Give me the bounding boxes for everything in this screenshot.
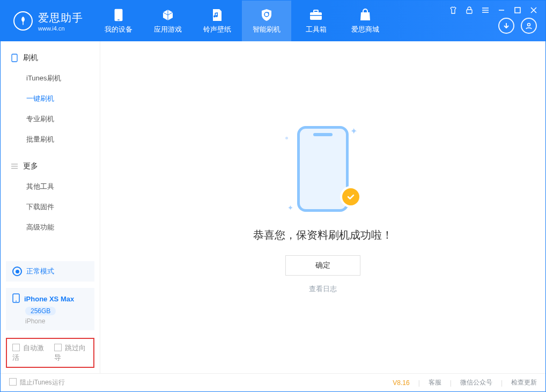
user-button[interactable] xyxy=(521,18,537,34)
version-label: V8.16 xyxy=(393,379,409,387)
tab-ringtones[interactable]: 铃声壁纸 xyxy=(193,1,242,41)
body: 刷机 iTunes刷机 一键刷机 专业刷机 批量刷机 更多 其他工具 下载固件 … xyxy=(1,41,545,373)
block-itunes-checkbox[interactable]: 阻止iTunes运行 xyxy=(9,378,65,387)
music-file-icon xyxy=(210,8,225,23)
download-button[interactable] xyxy=(498,18,514,34)
tab-apps-games[interactable]: 应用游戏 xyxy=(143,1,193,41)
svg-rect-1 xyxy=(117,19,120,20)
cube-icon xyxy=(160,8,175,23)
options-box: 自动激活 跳过向导 xyxy=(6,338,94,368)
dot-icon xyxy=(285,137,288,139)
footer-link-wechat[interactable]: 微信公众号 xyxy=(460,378,492,387)
sidebar: 刷机 iTunes刷机 一键刷机 专业刷机 批量刷机 更多 其他工具 下载固件 … xyxy=(1,41,100,373)
sidebar-item-pro-flash[interactable]: 专业刷机 xyxy=(1,109,100,129)
shield-refresh-icon xyxy=(259,8,274,23)
svg-rect-2 xyxy=(310,12,322,20)
device-type: iPhone xyxy=(25,317,88,325)
tab-smart-flash[interactable]: 智能刷机 xyxy=(242,1,291,41)
device-box[interactable]: iPhone XS Max 256GB iPhone xyxy=(6,288,94,330)
sidebar-group-flash: 刷机 iTunes刷机 一键刷机 专业刷机 批量刷机 xyxy=(1,41,100,150)
close-icon[interactable] xyxy=(528,5,539,16)
window-controls xyxy=(448,5,539,16)
success-illustration: ✦ ✦ xyxy=(280,121,366,217)
checkbox-icon xyxy=(12,344,20,351)
success-check-icon xyxy=(340,186,361,208)
device-phone-icon xyxy=(12,293,20,305)
sidebar-item-batch-flash[interactable]: 批量刷机 xyxy=(1,129,100,150)
view-log-link[interactable]: 查看日志 xyxy=(309,284,337,294)
bag-icon xyxy=(358,8,373,23)
tab-store[interactable]: 爱思商城 xyxy=(341,1,390,41)
status-box: 正常模式 xyxy=(6,261,94,282)
sparkle-icon: ✦ xyxy=(287,204,293,212)
sidebar-item-advanced[interactable]: 高级功能 xyxy=(1,217,100,238)
main-content: ✦ ✦ 恭喜您，保资料刷机成功啦！ 确定 查看日志 xyxy=(100,41,545,373)
maximize-icon[interactable] xyxy=(512,5,523,16)
minimize-icon[interactable] xyxy=(496,5,507,16)
sidebar-scroll: 刷机 iTunes刷机 一键刷机 专业刷机 批量刷机 更多 其他工具 下载固件 … xyxy=(1,41,100,258)
sidebar-item-oneclick-flash[interactable]: 一键刷机 xyxy=(1,88,100,109)
status-indicator-icon xyxy=(12,267,22,276)
svg-rect-0 xyxy=(115,9,123,21)
brand: 爱思助手 www.i4.cn xyxy=(1,1,94,41)
tab-my-device[interactable]: 我的设备 xyxy=(94,1,143,41)
tab-label: 我的设备 xyxy=(105,25,132,34)
checkbox-icon xyxy=(54,344,62,351)
device-storage-badge: 256GB xyxy=(25,307,56,315)
svg-point-7 xyxy=(528,24,530,26)
sidebar-group-title: 更多 xyxy=(1,156,100,176)
tab-label: 铃声壁纸 xyxy=(203,25,231,34)
tab-label: 智能刷机 xyxy=(253,25,281,34)
brand-url: www.i4.cn xyxy=(38,25,83,32)
device-icon xyxy=(111,8,126,23)
group-label: 刷机 xyxy=(23,53,38,63)
phone-icon xyxy=(10,54,19,62)
skip-guide-checkbox[interactable]: 跳过向导 xyxy=(54,343,88,363)
svg-rect-3 xyxy=(314,10,318,12)
tab-toolbox[interactable]: 工具箱 xyxy=(291,1,341,41)
status-label: 正常模式 xyxy=(26,267,54,276)
menu-icon[interactable] xyxy=(480,5,491,16)
sidebar-item-download-fw[interactable]: 下载固件 xyxy=(1,197,100,217)
success-message: 恭喜您，保资料刷机成功啦！ xyxy=(253,228,393,242)
ok-button[interactable]: 确定 xyxy=(285,255,360,276)
brand-text: 爱思助手 www.i4.cn xyxy=(38,11,83,32)
footer: 阻止iTunes运行 V8.16 | 客服 | 微信公众号 | 检查更新 xyxy=(1,373,545,391)
tab-label: 爱思商城 xyxy=(351,25,379,34)
sidebar-item-other-tools[interactable]: 其他工具 xyxy=(1,176,100,197)
svg-rect-5 xyxy=(467,10,472,13)
header-actions xyxy=(498,18,537,34)
shirt-icon[interactable] xyxy=(448,5,459,16)
auto-activate-checkbox[interactable]: 自动激活 xyxy=(12,343,47,363)
nav-tabs: 我的设备 应用游戏 铃声壁纸 智能刷机 工具箱 爱思商城 xyxy=(94,1,390,41)
device-name: iPhone XS Max xyxy=(24,295,74,303)
svg-rect-6 xyxy=(515,8,520,13)
tab-label: 工具箱 xyxy=(306,25,327,34)
footer-link-service[interactable]: 客服 xyxy=(429,378,441,387)
sparkle-icon: ✦ xyxy=(350,126,357,136)
svg-point-10 xyxy=(16,301,17,302)
brand-logo-icon xyxy=(13,11,33,31)
list-icon xyxy=(10,162,19,171)
sidebar-group-more: 更多 其他工具 下载固件 高级功能 xyxy=(1,150,100,238)
footer-link-update[interactable]: 检查更新 xyxy=(511,378,537,387)
app-window: 爱思助手 www.i4.cn 我的设备 应用游戏 铃声壁纸 智能刷机 xyxy=(0,0,546,392)
svg-rect-8 xyxy=(12,54,17,62)
header: 爱思助手 www.i4.cn 我的设备 应用游戏 铃声壁纸 智能刷机 xyxy=(1,1,545,41)
tab-label: 应用游戏 xyxy=(154,25,182,34)
brand-name: 爱思助手 xyxy=(38,11,83,25)
lock-icon[interactable] xyxy=(464,5,475,16)
group-label: 更多 xyxy=(23,161,38,171)
briefcase-icon xyxy=(308,8,323,23)
sidebar-group-title: 刷机 xyxy=(1,48,100,68)
svg-rect-4 xyxy=(310,15,322,16)
checkbox-icon xyxy=(9,378,17,386)
sidebar-item-itunes-flash[interactable]: iTunes刷机 xyxy=(1,68,100,88)
